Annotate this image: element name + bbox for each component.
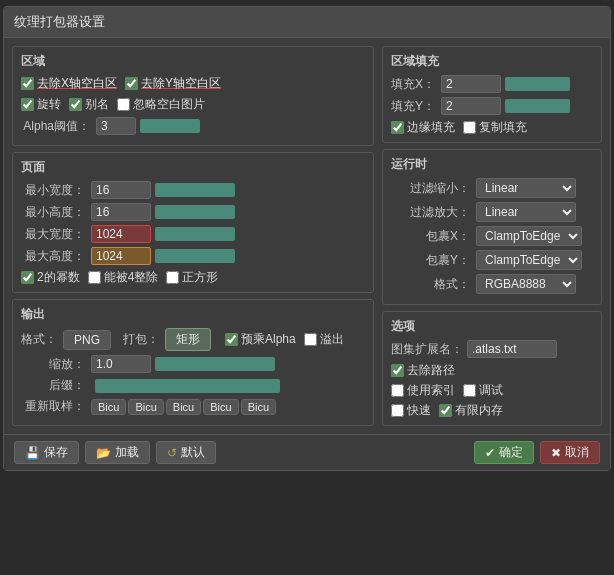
format-pack-row: 格式： PNG 打包： 矩形 预乘Alpha 溢出 bbox=[21, 328, 365, 351]
format-button[interactable]: PNG bbox=[63, 330, 111, 350]
max-height-bar bbox=[155, 249, 235, 263]
fill-y-input[interactable] bbox=[441, 97, 501, 115]
fill-x-input[interactable] bbox=[441, 75, 501, 93]
wrap-y-select[interactable]: ClampToEdge Repeat bbox=[476, 250, 582, 270]
limited-memory-checkbox[interactable]: 有限内存 bbox=[439, 402, 503, 419]
min-width-bar bbox=[155, 183, 235, 197]
load-button[interactable]: 📂 加载 bbox=[85, 441, 150, 464]
resample-btn-4[interactable]: Bicu bbox=[203, 399, 238, 415]
wrap-x-select[interactable]: ClampToEdge Repeat bbox=[476, 226, 582, 246]
runtime-format-row: 格式： RGBA8888 RGB888 bbox=[391, 274, 593, 294]
overflow-label: 溢出 bbox=[320, 331, 344, 348]
ignore-blank-checkbox[interactable]: 忽略空白图片 bbox=[117, 96, 205, 113]
overflow-checkbox[interactable]: 溢出 bbox=[304, 331, 344, 348]
scale-label: 缩放： bbox=[21, 356, 91, 373]
remove-path-checkbox[interactable]: 去除路径 bbox=[391, 362, 455, 379]
square-label: 正方形 bbox=[182, 269, 218, 286]
pack-button[interactable]: 矩形 bbox=[165, 328, 211, 351]
ignore-blank-label: 忽略空白图片 bbox=[133, 96, 205, 113]
remove-x-input[interactable] bbox=[21, 77, 34, 90]
footer-left: 💾 保存 📂 加载 ↺ 默认 bbox=[14, 441, 216, 464]
edge-fill-label: 边缘填充 bbox=[407, 119, 455, 136]
min-height-input[interactable] bbox=[91, 203, 151, 221]
format-label: 格式： bbox=[21, 331, 57, 348]
premultiply-input[interactable] bbox=[225, 333, 238, 346]
fill-section: 区域填充 填充X： 填充Y： 边缘填充 bbox=[382, 46, 602, 143]
resample-label: 重新取样： bbox=[21, 398, 91, 415]
runtime-section-title: 运行时 bbox=[391, 156, 593, 173]
rotate-input[interactable] bbox=[21, 98, 34, 111]
options-row3: 快速 有限内存 bbox=[391, 402, 593, 419]
cancel-button[interactable]: ✖ 取消 bbox=[540, 441, 600, 464]
atlas-ext-input[interactable] bbox=[467, 340, 557, 358]
filter-up-label: 过滤放大： bbox=[391, 204, 476, 221]
limited-memory-input[interactable] bbox=[439, 404, 452, 417]
overflow-input[interactable] bbox=[304, 333, 317, 346]
alpha-row: Alpha阈值： bbox=[21, 117, 365, 135]
resample-btn-1[interactable]: Bicu bbox=[91, 399, 126, 415]
fill-y-bar bbox=[505, 99, 570, 113]
suffix-bar bbox=[95, 379, 280, 393]
edge-fill-checkbox[interactable]: 边缘填充 bbox=[391, 119, 455, 136]
rotate-checkbox[interactable]: 旋转 bbox=[21, 96, 61, 113]
output-section-title: 输出 bbox=[21, 306, 365, 323]
remove-path-input[interactable] bbox=[391, 364, 404, 377]
use-index-checkbox[interactable]: 使用索引 bbox=[391, 382, 455, 399]
pack-label: 打包： bbox=[123, 331, 159, 348]
scale-input[interactable] bbox=[91, 355, 151, 373]
save-label: 保存 bbox=[44, 444, 68, 461]
runtime-format-select[interactable]: RGBA8888 RGB888 bbox=[476, 274, 576, 294]
fast-checkbox[interactable]: 快速 bbox=[391, 402, 431, 419]
div4-input[interactable] bbox=[88, 271, 101, 284]
min-width-row: 最小宽度： bbox=[21, 181, 365, 199]
copy-fill-checkbox[interactable]: 复制填充 bbox=[463, 119, 527, 136]
power2-checkbox[interactable]: 2的幂数 bbox=[21, 269, 80, 286]
save-button[interactable]: 💾 保存 bbox=[14, 441, 79, 464]
alpha-input[interactable] bbox=[96, 117, 136, 135]
premultiply-checkbox[interactable]: 预乘Alpha bbox=[225, 331, 296, 348]
power2-input[interactable] bbox=[21, 271, 34, 284]
alias-input[interactable] bbox=[69, 98, 82, 111]
alias-checkbox[interactable]: 别名 bbox=[69, 96, 109, 113]
copy-fill-input[interactable] bbox=[463, 121, 476, 134]
max-height-label: 最大高度： bbox=[21, 248, 91, 265]
remove-y-input[interactable] bbox=[125, 77, 138, 90]
resample-btn-5[interactable]: Bicu bbox=[241, 399, 276, 415]
square-checkbox[interactable]: 正方形 bbox=[166, 269, 218, 286]
debug-label: 调试 bbox=[479, 382, 503, 399]
max-width-input[interactable] bbox=[91, 225, 151, 243]
fill-y-row: 填充Y： bbox=[391, 97, 593, 115]
alpha-label: Alpha阈值： bbox=[21, 118, 96, 135]
ignore-blank-input[interactable] bbox=[117, 98, 130, 111]
resample-btn-3[interactable]: Bicu bbox=[166, 399, 201, 415]
page-section: 页面 最小宽度： 最小高度： 最大宽度： 最大高度： bbox=[12, 152, 374, 293]
load-label: 加载 bbox=[115, 444, 139, 461]
remove-y-checkbox[interactable]: 去除Y轴空白区 bbox=[125, 75, 221, 92]
remove-x-checkbox[interactable]: 去除X轴空白区 bbox=[21, 75, 117, 92]
fill-x-label: 填充X： bbox=[391, 76, 441, 93]
div4-checkbox[interactable]: 能被4整除 bbox=[88, 269, 159, 286]
square-input[interactable] bbox=[166, 271, 179, 284]
options-section: 选项 图集扩展名： 去除路径 使用索引 bbox=[382, 311, 602, 426]
confirm-label: 确定 bbox=[499, 444, 523, 461]
default-button[interactable]: ↺ 默认 bbox=[156, 441, 216, 464]
debug-checkbox[interactable]: 调试 bbox=[463, 382, 503, 399]
debug-input[interactable] bbox=[463, 384, 476, 397]
edge-fill-input[interactable] bbox=[391, 121, 404, 134]
cancel-icon: ✖ bbox=[551, 446, 561, 460]
scale-bar bbox=[155, 357, 275, 371]
filter-down-select[interactable]: Linear Nearest bbox=[476, 178, 576, 198]
max-width-row: 最大宽度： bbox=[21, 225, 365, 243]
use-index-input[interactable] bbox=[391, 384, 404, 397]
confirm-button[interactable]: ✔ 确定 bbox=[474, 441, 534, 464]
fill-section-title: 区域填充 bbox=[391, 53, 593, 70]
filter-down-label: 过滤缩小： bbox=[391, 180, 476, 197]
max-height-input[interactable] bbox=[91, 247, 151, 265]
resample-btn-2[interactable]: Bicu bbox=[128, 399, 163, 415]
filter-up-select[interactable]: Linear Nearest bbox=[476, 202, 576, 222]
max-height-row: 最大高度： bbox=[21, 247, 365, 265]
fill-options-row: 边缘填充 复制填充 bbox=[391, 119, 593, 136]
fill-x-bar bbox=[505, 77, 570, 91]
fast-input[interactable] bbox=[391, 404, 404, 417]
min-width-input[interactable] bbox=[91, 181, 151, 199]
